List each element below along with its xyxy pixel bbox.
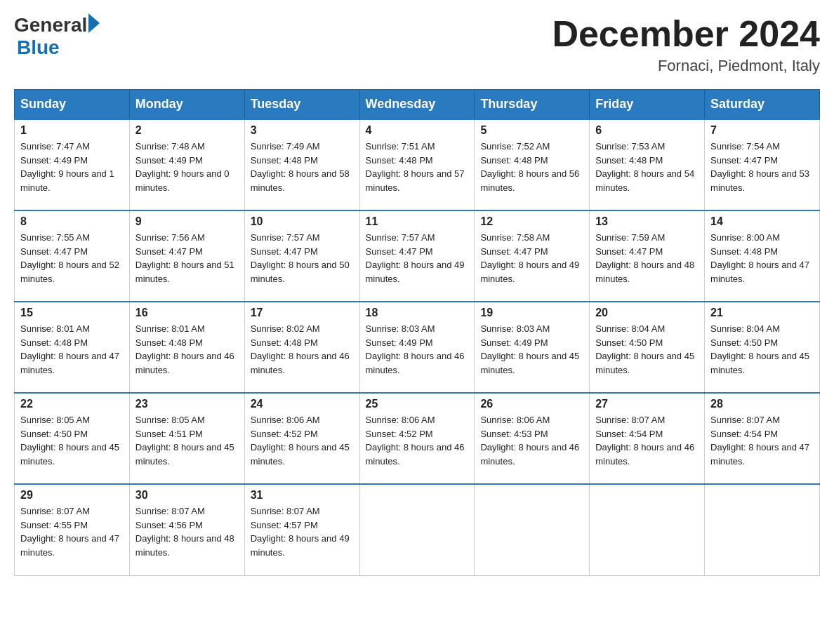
day-number: 25 (366, 398, 469, 410)
calendar-cell: 18 Sunrise: 8:03 AM Sunset: 4:49 PM Dayl… (359, 302, 475, 393)
calendar-cell: 27 Sunrise: 8:07 AM Sunset: 4:54 PM Dayl… (590, 393, 705, 484)
calendar-cell: 5 Sunrise: 7:52 AM Sunset: 4:48 PM Dayli… (475, 119, 590, 210)
day-info: Sunrise: 7:52 AM Sunset: 4:48 PM Dayligh… (480, 140, 583, 194)
day-info: Sunrise: 8:07 AM Sunset: 4:54 PM Dayligh… (595, 413, 699, 468)
day-number: 22 (20, 398, 124, 410)
day-info: Sunrise: 8:05 AM Sunset: 4:50 PM Dayligh… (20, 413, 124, 468)
calendar-cell: 19 Sunrise: 8:03 AM Sunset: 4:49 PM Dayl… (475, 302, 590, 393)
day-number: 20 (595, 307, 699, 319)
calendar-cell (475, 484, 590, 575)
day-info: Sunrise: 8:00 AM Sunset: 4:48 PM Dayligh… (710, 231, 814, 286)
day-info: Sunrise: 7:49 AM Sunset: 4:48 PM Dayligh… (251, 140, 354, 194)
day-number: 10 (251, 215, 354, 228)
day-info: Sunrise: 8:04 AM Sunset: 4:50 PM Dayligh… (710, 322, 814, 377)
calendar-cell: 2 Sunrise: 7:48 AM Sunset: 4:49 PM Dayli… (129, 119, 244, 210)
calendar-cell: 29 Sunrise: 8:07 AM Sunset: 4:55 PM Dayl… (15, 484, 130, 575)
calendar-subtitle: Fornaci, Piedmont, Italy (552, 57, 820, 75)
calendar-cell: 17 Sunrise: 8:02 AM Sunset: 4:48 PM Dayl… (244, 302, 359, 393)
day-info: Sunrise: 8:03 AM Sunset: 4:49 PM Dayligh… (480, 322, 583, 377)
calendar-cell: 26 Sunrise: 8:06 AM Sunset: 4:53 PM Dayl… (475, 393, 590, 484)
calendar-header: Sunday Monday Tuesday Wednesday Thursday… (15, 90, 820, 120)
day-info: Sunrise: 7:48 AM Sunset: 4:49 PM Dayligh… (135, 140, 239, 194)
day-number: 11 (366, 215, 469, 228)
calendar-cell: 14 Sunrise: 8:00 AM Sunset: 4:48 PM Dayl… (705, 210, 820, 302)
calendar-week-1: 1 Sunrise: 7:47 AM Sunset: 4:49 PM Dayli… (15, 119, 820, 210)
calendar-cell: 30 Sunrise: 8:07 AM Sunset: 4:56 PM Dayl… (129, 484, 244, 575)
col-saturday: Saturday (705, 90, 820, 120)
day-info: Sunrise: 8:07 AM Sunset: 4:57 PM Dayligh… (251, 504, 354, 559)
day-number: 9 (135, 215, 239, 228)
col-thursday: Thursday (475, 90, 590, 120)
calendar-cell (359, 484, 475, 575)
page-header: General Blue December 2024 Fornaci, Pied… (14, 14, 820, 75)
calendar-cell: 3 Sunrise: 7:49 AM Sunset: 4:48 PM Dayli… (244, 119, 359, 210)
calendar-week-4: 22 Sunrise: 8:05 AM Sunset: 4:50 PM Dayl… (15, 393, 820, 484)
day-info: Sunrise: 8:06 AM Sunset: 4:53 PM Dayligh… (480, 413, 583, 468)
day-info: Sunrise: 7:58 AM Sunset: 4:47 PM Dayligh… (480, 231, 583, 286)
day-number: 13 (595, 215, 699, 228)
logo-blue: Blue (17, 36, 60, 59)
logo-general: General (14, 14, 87, 36)
day-number: 24 (251, 398, 354, 410)
day-info: Sunrise: 8:07 AM Sunset: 4:55 PM Dayligh… (20, 504, 124, 559)
day-number: 21 (710, 307, 814, 319)
calendar-cell: 28 Sunrise: 8:07 AM Sunset: 4:54 PM Dayl… (705, 393, 820, 484)
day-number: 5 (480, 124, 583, 137)
header-row: Sunday Monday Tuesday Wednesday Thursday… (15, 90, 820, 120)
day-info: Sunrise: 8:01 AM Sunset: 4:48 PM Dayligh… (135, 322, 239, 377)
col-monday: Monday (129, 90, 244, 120)
calendar-cell: 1 Sunrise: 7:47 AM Sunset: 4:49 PM Dayli… (15, 119, 130, 210)
col-tuesday: Tuesday (244, 90, 359, 120)
calendar-cell: 7 Sunrise: 7:54 AM Sunset: 4:47 PM Dayli… (705, 119, 820, 210)
day-number: 3 (251, 124, 354, 137)
calendar-cell: 31 Sunrise: 8:07 AM Sunset: 4:57 PM Dayl… (244, 484, 359, 575)
calendar-cell: 10 Sunrise: 7:57 AM Sunset: 4:47 PM Dayl… (244, 210, 359, 302)
day-number: 4 (366, 124, 469, 137)
calendar-cell: 9 Sunrise: 7:56 AM Sunset: 4:47 PM Dayli… (129, 210, 244, 302)
calendar-table: Sunday Monday Tuesday Wednesday Thursday… (14, 89, 820, 576)
calendar-cell: 22 Sunrise: 8:05 AM Sunset: 4:50 PM Dayl… (15, 393, 130, 484)
day-number: 31 (251, 489, 354, 502)
day-number: 19 (480, 307, 583, 319)
day-number: 6 (595, 124, 699, 137)
day-number: 17 (251, 307, 354, 319)
day-number: 14 (710, 215, 814, 228)
logo-arrow-icon (88, 13, 100, 33)
day-info: Sunrise: 8:07 AM Sunset: 4:56 PM Dayligh… (135, 504, 239, 559)
calendar-cell: 12 Sunrise: 7:58 AM Sunset: 4:47 PM Dayl… (475, 210, 590, 302)
calendar-cell: 8 Sunrise: 7:55 AM Sunset: 4:47 PM Dayli… (15, 210, 130, 302)
calendar-cell (590, 484, 705, 575)
calendar-cell: 4 Sunrise: 7:51 AM Sunset: 4:48 PM Dayli… (359, 119, 475, 210)
day-number: 8 (20, 215, 124, 228)
calendar-cell: 23 Sunrise: 8:05 AM Sunset: 4:51 PM Dayl… (129, 393, 244, 484)
day-info: Sunrise: 8:04 AM Sunset: 4:50 PM Dayligh… (595, 322, 699, 377)
day-info: Sunrise: 8:01 AM Sunset: 4:48 PM Dayligh… (20, 322, 124, 377)
day-info: Sunrise: 7:54 AM Sunset: 4:47 PM Dayligh… (710, 140, 814, 194)
day-info: Sunrise: 7:47 AM Sunset: 4:49 PM Dayligh… (20, 140, 124, 194)
day-info: Sunrise: 8:05 AM Sunset: 4:51 PM Dayligh… (135, 413, 239, 468)
day-info: Sunrise: 7:59 AM Sunset: 4:47 PM Dayligh… (595, 231, 699, 286)
day-number: 7 (710, 124, 814, 137)
calendar-cell: 25 Sunrise: 8:06 AM Sunset: 4:52 PM Dayl… (359, 393, 475, 484)
day-info: Sunrise: 7:51 AM Sunset: 4:48 PM Dayligh… (366, 140, 469, 194)
day-number: 28 (710, 398, 814, 410)
calendar-body: 1 Sunrise: 7:47 AM Sunset: 4:49 PM Dayli… (15, 119, 820, 575)
calendar-cell: 24 Sunrise: 8:06 AM Sunset: 4:52 PM Dayl… (244, 393, 359, 484)
calendar-cell: 20 Sunrise: 8:04 AM Sunset: 4:50 PM Dayl… (590, 302, 705, 393)
calendar-cell: 13 Sunrise: 7:59 AM Sunset: 4:47 PM Dayl… (590, 210, 705, 302)
day-number: 12 (480, 215, 583, 228)
day-number: 26 (480, 398, 583, 410)
calendar-cell: 11 Sunrise: 7:57 AM Sunset: 4:47 PM Dayl… (359, 210, 475, 302)
day-info: Sunrise: 8:07 AM Sunset: 4:54 PM Dayligh… (710, 413, 814, 468)
day-number: 30 (135, 489, 239, 502)
day-info: Sunrise: 8:06 AM Sunset: 4:52 PM Dayligh… (366, 413, 469, 468)
col-sunday: Sunday (15, 90, 130, 120)
day-number: 18 (366, 307, 469, 319)
calendar-week-5: 29 Sunrise: 8:07 AM Sunset: 4:55 PM Dayl… (15, 484, 820, 575)
calendar-cell: 21 Sunrise: 8:04 AM Sunset: 4:50 PM Dayl… (705, 302, 820, 393)
day-number: 23 (135, 398, 239, 410)
day-info: Sunrise: 8:06 AM Sunset: 4:52 PM Dayligh… (251, 413, 354, 468)
day-number: 15 (20, 307, 124, 319)
col-friday: Friday (590, 90, 705, 120)
calendar-week-2: 8 Sunrise: 7:55 AM Sunset: 4:47 PM Dayli… (15, 210, 820, 302)
